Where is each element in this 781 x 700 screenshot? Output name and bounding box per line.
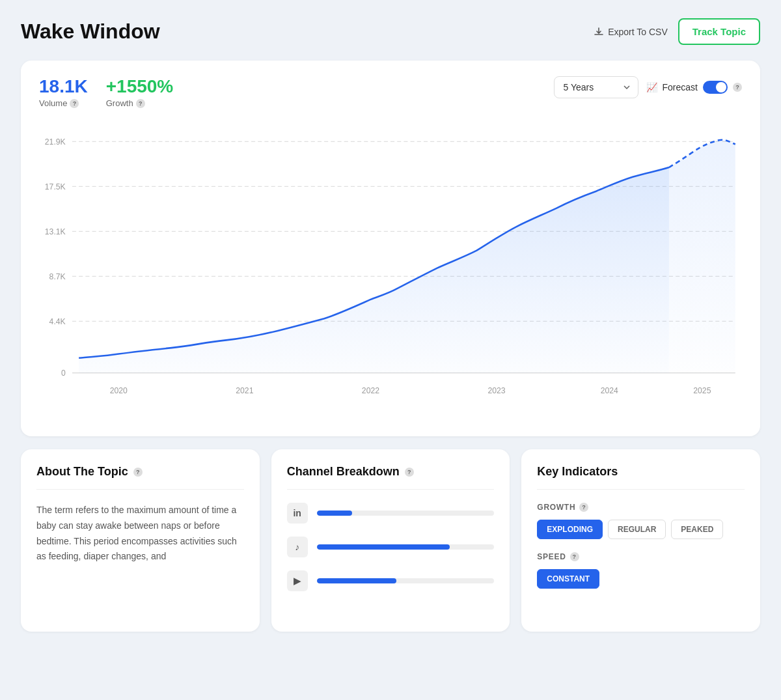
svg-text:8.7K: 8.7K xyxy=(49,272,66,281)
chart-area: 21.9K 17.5K 13.1K 8.7K 4.4K 0 2020 2021 … xyxy=(39,121,742,421)
channel-help-icon[interactable]: ? xyxy=(405,468,414,477)
speed-indicator: SPEED ? CONSTANT xyxy=(537,552,745,589)
speed-help-icon[interactable]: ? xyxy=(570,552,579,561)
svg-text:2025: 2025 xyxy=(693,386,711,395)
svg-text:21.9K: 21.9K xyxy=(45,137,66,146)
channel-item: ♪ xyxy=(287,537,495,557)
svg-text:4.4K: 4.4K xyxy=(49,316,66,326)
years-select[interactable]: 5 Years 3 Years 1 Year 6 Months xyxy=(554,76,638,98)
growth-label: Growth ? xyxy=(106,98,174,108)
growth-indicator: GROWTH ? EXPLODINGREGULARPEAKED xyxy=(537,503,745,539)
indicators-title: Key Indicators xyxy=(537,465,745,479)
volume-help-icon[interactable]: ? xyxy=(70,99,79,108)
forecast-help-icon[interactable]: ? xyxy=(733,83,742,92)
channel-icon: in xyxy=(287,503,308,524)
channel-title: Channel Breakdown ? xyxy=(287,465,495,479)
growth-option-button[interactable]: PEAKED xyxy=(671,520,723,539)
chart-controls: 5 Years 3 Years 1 Year 6 Months 📈 Foreca… xyxy=(554,76,742,98)
chart-top-bar: 18.1K Volume ? +1550% Growth ? 5 Years 3… xyxy=(39,76,742,108)
volume-label: Volume ? xyxy=(39,98,88,108)
about-card: About The Topic ? The term refers to the… xyxy=(21,449,260,632)
channel-item: in xyxy=(287,503,495,524)
chart-svg: 21.9K 17.5K 13.1K 8.7K 4.4K 0 2020 2021 … xyxy=(39,121,742,421)
indicators-card: Key Indicators GROWTH ? EXPLODINGREGULAR… xyxy=(521,449,760,632)
speed-option-button[interactable]: CONSTANT xyxy=(537,569,599,589)
chart-card: 18.1K Volume ? +1550% Growth ? 5 Years 3… xyxy=(21,61,760,436)
track-topic-button[interactable]: Track Topic xyxy=(678,18,760,45)
channel-bar xyxy=(317,511,353,516)
svg-text:2022: 2022 xyxy=(362,386,379,395)
channel-bar-bg xyxy=(317,578,495,583)
bottom-grid: About The Topic ? The term refers to the… xyxy=(21,449,760,632)
channel-bar-bg xyxy=(317,511,495,516)
export-csv-button[interactable]: Export To CSV xyxy=(594,27,668,37)
forecast-toggle[interactable] xyxy=(703,81,728,94)
svg-text:17.5K: 17.5K xyxy=(45,182,66,191)
page-header: Wake Window Export To CSV Track Topic xyxy=(21,18,760,45)
speed-buttons: CONSTANT xyxy=(537,569,745,589)
svg-text:0: 0 xyxy=(61,369,66,378)
svg-text:2023: 2023 xyxy=(487,386,505,395)
stats-group: 18.1K Volume ? +1550% Growth ? xyxy=(39,76,173,108)
channel-icon: ▶ xyxy=(287,570,308,591)
channel-bar-bg xyxy=(317,544,495,550)
forecast-control: 📈 Forecast ? xyxy=(646,81,742,94)
about-divider xyxy=(36,489,244,490)
channel-card: Channel Breakdown ? in ♪ ▶ xyxy=(271,449,510,632)
speed-indicator-label: SPEED ? xyxy=(537,552,745,561)
page-title: Wake Window xyxy=(21,20,160,44)
growth-option-button[interactable]: EXPLODING xyxy=(537,520,603,539)
svg-text:13.1K: 13.1K xyxy=(45,227,66,236)
channel-item: ▶ xyxy=(287,570,495,591)
forecast-trend-icon: 📈 xyxy=(646,82,657,92)
svg-text:2020: 2020 xyxy=(110,386,128,395)
channel-list: in ♪ ▶ xyxy=(287,503,495,591)
channel-bar xyxy=(317,578,397,583)
growth-indicator-label: GROWTH ? xyxy=(537,503,745,512)
about-title: About The Topic ? xyxy=(36,465,244,479)
growth-ind-help-icon[interactable]: ? xyxy=(579,503,588,512)
svg-text:2021: 2021 xyxy=(236,386,253,395)
growth-help-icon[interactable]: ? xyxy=(136,99,145,108)
channel-bar xyxy=(317,544,450,550)
about-help-icon[interactable]: ? xyxy=(133,468,143,477)
growth-value: +1550% xyxy=(106,76,174,97)
growth-stat: +1550% Growth ? xyxy=(106,76,174,108)
svg-text:2024: 2024 xyxy=(601,386,618,395)
indicators-divider xyxy=(537,489,745,490)
about-text: The term refers to the maximum amount of… xyxy=(36,503,244,565)
header-actions: Export To CSV Track Topic xyxy=(594,18,760,45)
channel-divider xyxy=(287,489,495,490)
volume-stat: 18.1K Volume ? xyxy=(39,76,88,108)
channel-icon: ♪ xyxy=(287,537,308,557)
volume-value: 18.1K xyxy=(39,76,88,97)
growth-buttons: EXPLODINGREGULARPEAKED xyxy=(537,520,745,539)
download-icon xyxy=(594,27,604,37)
growth-option-button[interactable]: REGULAR xyxy=(608,520,666,539)
